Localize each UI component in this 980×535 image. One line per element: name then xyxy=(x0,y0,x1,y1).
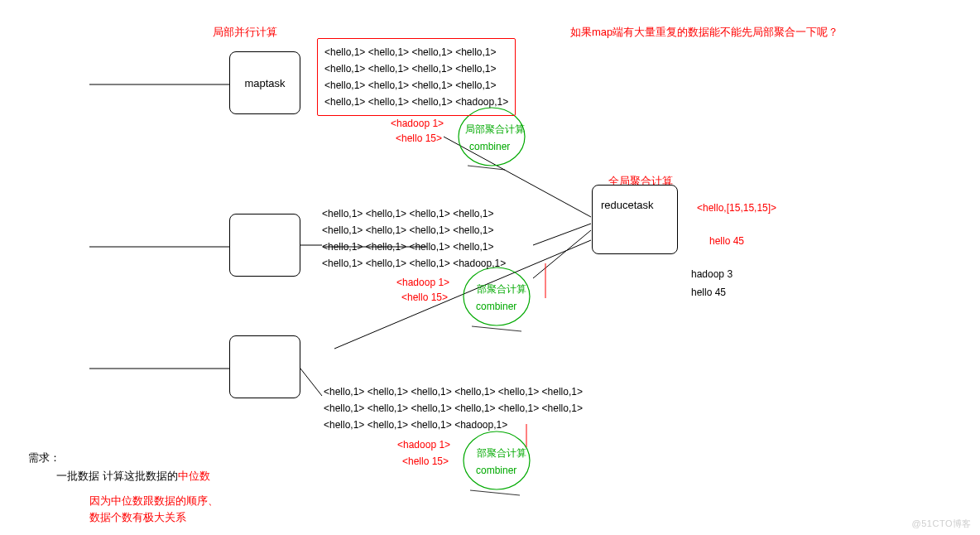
combined2-hello: <hello 15> xyxy=(401,292,448,303)
svg-line-14 xyxy=(470,490,520,495)
reduce-hello2: hello 45 xyxy=(691,287,726,298)
reduce-intermediate: <hello,[15,15,15]> xyxy=(697,202,776,214)
kv1-row: <hello,1> <hello,1> <hello,1> <hadoop,1> xyxy=(324,94,508,110)
kv3-row: <hello,1> <hello,1> <hello,1> <hadoop,1> xyxy=(324,417,583,433)
reducetask-label: reducetask xyxy=(601,199,654,211)
maptask-box-2 xyxy=(229,214,300,277)
svg-point-17 xyxy=(464,431,530,489)
requirement-note1: 因为中位数跟数据的顺序、 xyxy=(89,494,219,508)
combiner1-label: combiner xyxy=(469,141,510,152)
combined1-hello: <hello 15> xyxy=(396,133,442,144)
maptask-label-1: maptask xyxy=(244,77,285,89)
combiner2-label-local: 部聚合计算 xyxy=(477,282,526,296)
svg-line-12 xyxy=(468,166,505,170)
requirement-desc-b: 中位数 xyxy=(178,470,210,482)
watermark: @51CTO博客 xyxy=(912,518,972,530)
label-local-parallel: 局部并行计算 xyxy=(213,25,277,40)
combiner3-label: combiner xyxy=(476,465,516,476)
kv-block-3: <hello,1> <hello,1> <hello,1> <hello,1> … xyxy=(324,383,583,433)
reduce-hello: hello 45 xyxy=(709,235,744,247)
kv-block-1: <hello,1> <hello,1> <hello,1> <hello,1> … xyxy=(317,38,516,116)
svg-line-6 xyxy=(533,224,591,245)
requirement-block: 需求： 一批数据 计算这批数据的中位数 xyxy=(28,449,210,485)
requirement-title: 需求： xyxy=(28,449,210,467)
combined2-hadoop: <hadoop 1> xyxy=(396,277,449,288)
combiner1-label-local: 局部聚合计算 xyxy=(465,123,525,137)
combined3-hello: <hello 15> xyxy=(402,455,449,467)
requirement-desc-a: 一批数据 计算这批数据的 xyxy=(56,470,178,482)
reducetask-box: reducetask xyxy=(592,185,678,254)
combiner2-label: combiner xyxy=(476,301,516,312)
svg-point-15 xyxy=(459,108,525,166)
kv1-row: <hello,1> <hello,1> <hello,1> <hello,1> xyxy=(324,77,508,94)
reduce-hadoop: hadoop 3 xyxy=(691,268,733,280)
maptask-box-1: maptask xyxy=(229,51,300,114)
maptask-box-3 xyxy=(229,335,300,398)
kv-block-2: <hello,1> <hello,1> <hello,1> <hello,1> … xyxy=(322,205,506,272)
combined1-hadoop: <hadoop 1> xyxy=(391,118,444,129)
kv1-row: <hello,1> <hello,1> <hello,1> <hello,1> xyxy=(324,60,508,77)
requirement-note2: 数据个数有极大关系 xyxy=(89,510,186,525)
svg-point-16 xyxy=(464,268,530,325)
kv3-row: <hello,1> <hello,1> <hello,1> <hello,1> … xyxy=(324,383,583,400)
combined3-hadoop: <hadoop 1> xyxy=(397,439,450,451)
label-question: 如果map端有大量重复的数据能不能先局部聚合一下呢？ xyxy=(570,25,838,40)
kv2-row: <hello,1> <hello,1> <hello,1> <hello,1> xyxy=(322,205,506,222)
kv3-row: <hello,1> <hello,1> <hello,1> <hello,1> … xyxy=(324,400,583,417)
kv2-row: <hello,1> <hello,1> <hello,1> <hadoop,1> xyxy=(322,255,506,272)
kv2-row: <hello,1> <hello,1> <hello,1> <hello,1> xyxy=(322,239,506,255)
svg-line-4 xyxy=(300,369,322,396)
svg-line-13 xyxy=(472,326,521,331)
kv2-row: <hello,1> <hello,1> <hello,1> <hello,1> xyxy=(322,222,506,239)
svg-line-7 xyxy=(533,230,591,278)
combiner3-label-local: 部聚合计算 xyxy=(477,446,526,460)
kv1-row: <hello,1> <hello,1> <hello,1> <hello,1> xyxy=(324,44,508,60)
